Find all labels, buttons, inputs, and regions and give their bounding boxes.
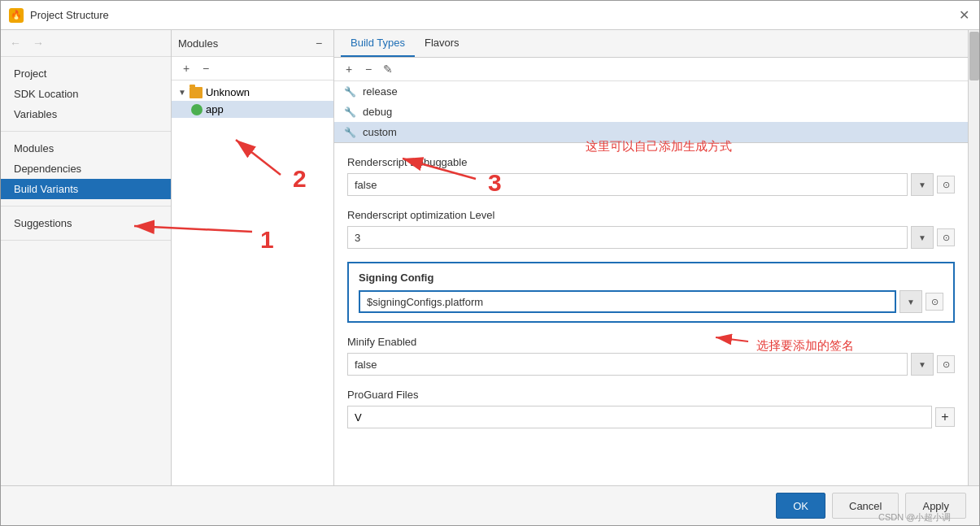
tab-build-types[interactable]: Build Types bbox=[341, 30, 415, 57]
minify-enabled-group: Minify Enabled false true ▼ ⊙ bbox=[347, 336, 955, 376]
build-item-label: debug bbox=[363, 106, 392, 118]
signing-config-info[interactable]: ⊙ bbox=[926, 293, 943, 311]
build-item-label: release bbox=[363, 85, 398, 98]
tree-node-unknown[interactable]: ▼ Unknown bbox=[172, 84, 333, 101]
build-item-custom[interactable]: 🔧 custom bbox=[334, 122, 968, 142]
modules-tree: ▼ Unknown app bbox=[172, 80, 333, 485]
tabs-bar: Build Types Flavors bbox=[334, 30, 968, 58]
renderscript-debuggable-arrow[interactable]: ▼ bbox=[911, 173, 934, 196]
renderscript-optimization-arrow[interactable]: ▼ bbox=[911, 226, 934, 249]
build-types-list: 🔧 release 🔧 debug 🔧 custom bbox=[334, 81, 968, 143]
add-module-button[interactable]: + bbox=[178, 60, 194, 76]
sidebar-item-dependencies[interactable]: Dependencies bbox=[1, 159, 171, 179]
renderscript-optimization-wrapper: 1 2 3 4 ▼ ⊙ bbox=[347, 226, 955, 249]
modules-title: Modules bbox=[178, 37, 218, 50]
title-bar-left: 🔥 Project Structure bbox=[9, 8, 109, 23]
signing-config-label: Signing Config bbox=[359, 272, 943, 284]
edit-build-type-button[interactable]: ✎ bbox=[380, 61, 396, 77]
tab-flavors[interactable]: Flavors bbox=[415, 30, 469, 57]
sidebar-item-modules[interactable]: Modules bbox=[1, 138, 171, 159]
sidebar-bottom-section: Modules Dependencies Build Variants bbox=[1, 132, 171, 206]
signing-config-arrow[interactable]: ▼ bbox=[899, 290, 922, 313]
expand-chevron: ▼ bbox=[178, 88, 186, 97]
minify-enabled-select[interactable]: false true bbox=[347, 353, 908, 376]
renderscript-optimization-group: Renderscript optimization Level 1 2 3 4 … bbox=[347, 209, 955, 249]
signing-config-group: Signing Config $signingConfigs.platform … bbox=[347, 262, 955, 323]
build-item-release[interactable]: 🔧 release bbox=[334, 81, 968, 102]
sidebar-extra-section: Suggestions bbox=[1, 206, 171, 241]
remove-build-type-button[interactable]: − bbox=[360, 61, 377, 77]
bottom-bar: OK Cancel Apply bbox=[1, 485, 979, 525]
sidebar-item-suggestions[interactable]: Suggestions bbox=[1, 213, 171, 233]
sidebar-item-build-variants[interactable]: Build Variants bbox=[1, 179, 171, 199]
sidebar-nav: ← → bbox=[1, 30, 171, 57]
main-content: ← → Project SDK Location Variables Modul… bbox=[1, 30, 979, 485]
forward-button[interactable]: → bbox=[30, 35, 46, 51]
sidebar-item-sdk-location[interactable]: SDK Location bbox=[1, 84, 171, 104]
build-type-icon: 🔧 bbox=[344, 107, 356, 118]
title-bar: 🔥 Project Structure ✕ bbox=[1, 1, 979, 30]
app-module-icon bbox=[191, 104, 203, 115]
right-scrollbar[interactable] bbox=[968, 30, 979, 485]
cancel-button[interactable]: Cancel bbox=[832, 493, 899, 519]
build-item-debug[interactable]: 🔧 debug bbox=[334, 102, 968, 122]
project-structure-window: 🔥 Project Structure ✕ ← → Project SDK Lo… bbox=[0, 0, 980, 526]
minify-enabled-wrapper: false true ▼ ⊙ bbox=[347, 353, 955, 376]
renderscript-optimization-select[interactable]: 1 2 3 4 bbox=[347, 226, 908, 249]
proguard-files-label: ProGuard Files bbox=[347, 389, 955, 401]
minify-enabled-info[interactable]: ⊙ bbox=[937, 355, 955, 373]
modules-header: Modules − bbox=[172, 30, 333, 57]
tree-node-app[interactable]: app bbox=[172, 101, 333, 118]
modules-toolbar: + − bbox=[172, 57, 333, 80]
renderscript-debuggable-info[interactable]: ⊙ bbox=[937, 176, 955, 193]
folder-icon bbox=[189, 87, 203, 98]
minify-enabled-label: Minify Enabled bbox=[347, 336, 955, 348]
proguard-files-input[interactable] bbox=[347, 406, 932, 428]
panel-toolbar: + − ✎ bbox=[334, 58, 968, 81]
signing-config-wrapper: $signingConfigs.platform $signingConfigs… bbox=[359, 290, 943, 313]
add-proguard-button[interactable]: + bbox=[935, 407, 955, 427]
close-button[interactable]: ✕ bbox=[956, 8, 971, 23]
right-panel: Build Types Flavors + − ✎ 🔧 release bbox=[334, 30, 968, 485]
proguard-files-group: ProGuard Files + bbox=[347, 389, 955, 428]
ok-button[interactable]: OK bbox=[776, 493, 825, 519]
proguard-row: + bbox=[347, 406, 955, 428]
sidebar: ← → Project SDK Location Variables Modul… bbox=[1, 30, 172, 485]
renderscript-debuggable-group: Renderscript Debuggable false true ▼ ⊙ bbox=[347, 156, 955, 196]
renderscript-debuggable-select[interactable]: false true bbox=[347, 173, 908, 196]
window-title: Project Structure bbox=[30, 9, 109, 21]
config-panel: Renderscript Debuggable false true ▼ ⊙ bbox=[334, 143, 968, 485]
back-button[interactable]: ← bbox=[7, 35, 24, 51]
modules-panel: Modules − + − ▼ Unknown app bbox=[172, 30, 334, 485]
sidebar-top-section: Project SDK Location Variables bbox=[1, 57, 171, 132]
renderscript-debuggable-label: Renderscript Debuggable bbox=[347, 156, 955, 168]
remove-module-button[interactable]: − bbox=[198, 60, 214, 76]
signing-config-select[interactable]: $signingConfigs.platform $signingConfigs… bbox=[359, 290, 896, 313]
build-item-label: custom bbox=[363, 126, 397, 138]
sidebar-item-project[interactable]: Project bbox=[1, 63, 171, 84]
add-build-type-button[interactable]: + bbox=[341, 61, 357, 77]
renderscript-optimization-label: Renderscript optimization Level bbox=[347, 209, 955, 221]
minify-enabled-arrow[interactable]: ▼ bbox=[911, 353, 934, 376]
build-type-icon: 🔧 bbox=[344, 127, 356, 138]
apply-button[interactable]: Apply bbox=[905, 493, 966, 519]
renderscript-optimization-info[interactable]: ⊙ bbox=[937, 228, 955, 246]
tree-node-label: Unknown bbox=[206, 86, 250, 98]
renderscript-debuggable-wrapper: false true ▼ ⊙ bbox=[347, 173, 955, 196]
scroll-thumb[interactable] bbox=[969, 32, 979, 80]
app-icon: 🔥 bbox=[9, 8, 24, 23]
minimize-modules-button[interactable]: − bbox=[311, 35, 327, 51]
tree-node-label: app bbox=[206, 103, 224, 115]
sidebar-item-variables[interactable]: Variables bbox=[1, 104, 171, 124]
build-type-icon: 🔧 bbox=[344, 86, 356, 98]
